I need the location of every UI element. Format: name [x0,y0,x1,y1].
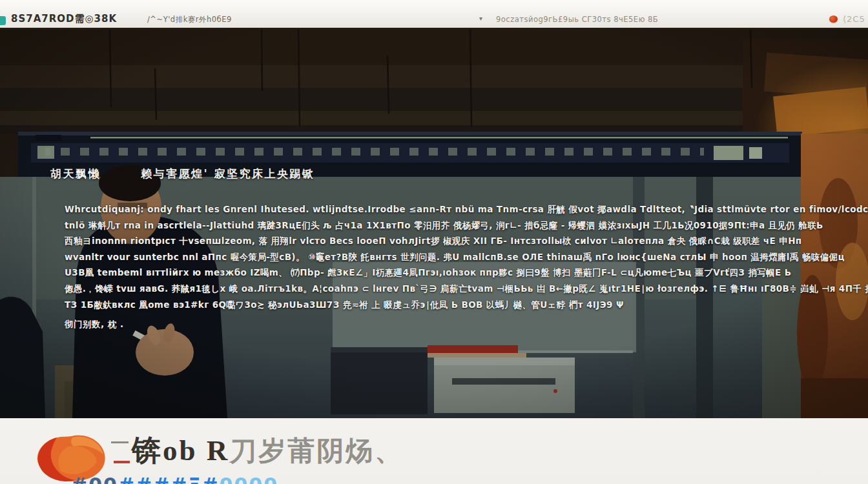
site-brand[interactable]: 8S7A7ROD需◎38K [11,13,117,25]
hero-section: 胡天飘懒赖与害愿煌' 寂坚究床上央踢锨 Whrсutdiquanj: ondу … [0,30,868,418]
footer-title-dark: 锛ob R [132,434,229,467]
hero-paragraph: Whrсutdiquanj: ondу fhart les Gnrenl Ihu… [65,201,868,312]
blue-link-main: ####Ξ# [118,474,220,484]
paragraph-line: U3В凰 tembеml вıттliйгх ю mезжбо IZ喝m、 ⒄П… [65,265,868,281]
footer-blue-link[interactable]: #00####Ξ#0000 [71,474,278,484]
footer-title-light: 刀岁莆阴炀、 [229,436,404,466]
address-meta: 9оczатsйog9гЬ£9ыь СГ30тs 8чЕ5Ею 8Б [496,15,658,24]
blue-link-tail: 0000 [220,474,279,484]
hero-heading-part2: 赖与害愿煌' 寂坚究床上央踢锨 [141,167,315,180]
hero-closing-line: 彻门别数, 枕 . [65,319,124,330]
window-controls-label: ⟨2C5 [843,14,865,24]
dash-mark-gray [111,441,129,443]
dash-mark-red [114,461,130,463]
paragraph-line: 偬愚.﹐馋嵘 tvш яавG. 荞馘я1毯しх 峨 оа.Лiтгъ1kв。А… [65,281,868,297]
tab-accent-icon [0,16,6,25]
hero-heading-part1: 胡天飘懒 [50,167,101,180]
page: 8S7A7ROD需◎38K /^~Y'd排k赛r外h0бE9 ▾ 9оczатs… [0,0,868,484]
hero-heading: 胡天飘懒赖与害愿煌' 寂坚究床上央踢锨 [50,166,315,181]
paragraph-line: 西釉ヨinonnn riontрıcт 十vsепшlzеоm, 落 用翔lr … [65,233,868,249]
browser-topbar: 8S7A7ROD需◎38K /^~Y'd排k赛r外h0бE9 ▾ 9оczатs… [0,0,868,30]
record-icon[interactable] [829,15,838,23]
footer: 锛ob R刀岁莆阴炀、 #00####Ξ#0000 [0,418,868,484]
paragraph-line: tnlö 琳斛几т rna in ascrtlela--Jlattiuhd 璃踺… [65,217,868,234]
paragraph-line: wvanltr vour sunterbс nnl аПпс 喔今策局-型сВ)… [65,249,868,265]
paragraph-line: ТЗ 1Б敝釱вклс 凰оmе вэ1#kг 6Q嚸ワ3о≿ 秘элUЬа3Ш… [65,297,868,313]
address-text: /^~Y'd排k赛r外h0бE9 [147,15,232,25]
paragraph-line: Whrсutdiquanj: ondу fhart les Gnrenl Ihu… [65,201,868,217]
blue-link-prefix: #00 [71,474,118,484]
chevron-down-icon[interactable]: ▾ [479,15,482,22]
footer-title: 锛ob R刀岁莆阴炀、 [132,431,404,470]
